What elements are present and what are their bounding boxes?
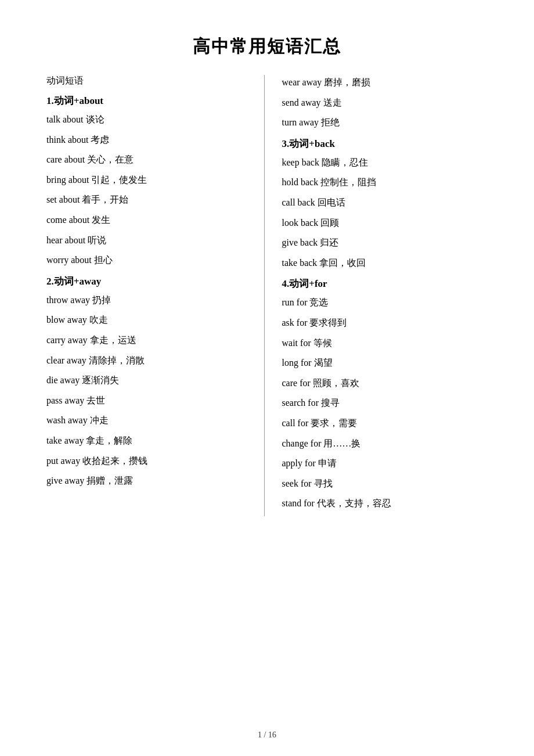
- category-title-away: 2.动词+away: [46, 275, 252, 288]
- cat1-label: 1.动词+about: [46, 95, 103, 106]
- page: 高中常用短语汇总 动词短语 1.动词+about talk about 谈论 t…: [0, 0, 534, 756]
- cat4-items: run for 竞选 ask for 要求得到 wait for 等候 long…: [282, 295, 488, 511]
- list-item: wait for 等候: [282, 336, 488, 351]
- list-item: talk about 谈论: [46, 112, 252, 127]
- list-item: think about 考虑: [46, 132, 252, 147]
- list-item: care about 关心，在意: [46, 152, 252, 167]
- cat3-label: 3.动词+back: [282, 138, 335, 149]
- list-item: hold back 控制住，阻挡: [282, 175, 488, 190]
- list-item: take back 拿回，收回: [282, 255, 488, 271]
- page-number: 1 / 16: [0, 730, 534, 740]
- cat1-items: talk about 谈论 think about 考虑 care about …: [46, 112, 252, 268]
- right-top-items: wear away 磨掉，磨损 send away 送走 turn away 拒…: [282, 75, 488, 130]
- list-item: search for 搜寻: [282, 395, 488, 411]
- list-item: call back 回电话: [282, 195, 488, 210]
- list-item: ask for 要求得到: [282, 315, 488, 330]
- two-column-layout: 动词短语 1.动词+about talk about 谈论 think abou…: [46, 75, 488, 516]
- list-item: change for 用……换: [282, 436, 488, 451]
- category-title-back: 3.动词+back: [282, 137, 488, 150]
- list-item: carry away 拿走，运送: [46, 333, 252, 348]
- page-title: 高中常用短语汇总: [46, 35, 488, 59]
- list-item: come about 发生: [46, 213, 252, 228]
- cat4-label: 4.动词+for: [282, 278, 327, 289]
- list-item: pass away 去世: [46, 393, 252, 408]
- list-item: run for 竞选: [282, 295, 488, 310]
- list-item: throw away 扔掉: [46, 293, 252, 308]
- list-item: clear away 清除掉，消散: [46, 353, 252, 368]
- cat2-label: 2.动词+away: [46, 276, 101, 287]
- right-column: wear away 磨掉，磨损 send away 送走 turn away 拒…: [265, 75, 488, 516]
- section-header-left: 动词短语: [46, 75, 252, 87]
- category-title-for: 4.动词+for: [282, 277, 488, 290]
- list-item: turn away 拒绝: [282, 115, 488, 130]
- list-item: long for 渴望: [282, 355, 488, 370]
- list-item: die away 逐渐消失: [46, 373, 252, 388]
- list-item: care for 照顾，喜欢: [282, 376, 488, 391]
- list-item: set about 着手，开始: [46, 192, 252, 207]
- list-item: keep back 隐瞒，忍住: [282, 155, 488, 170]
- list-item: apply for 申请: [282, 456, 488, 471]
- list-item: put away 收拾起来，攒钱: [46, 453, 252, 469]
- cat2-items: throw away 扔掉 blow away 吹走 carry away 拿走…: [46, 293, 252, 488]
- list-item: take away 拿走，解除: [46, 433, 252, 448]
- list-item: give back 归还: [282, 235, 488, 250]
- list-item: bring about 引起，使发生: [46, 172, 252, 188]
- cat3-items: keep back 隐瞒，忍住 hold back 控制住，阻挡 call ba…: [282, 155, 488, 271]
- list-item: worry about 担心: [46, 253, 252, 268]
- list-item: give away 捐赠，泄露: [46, 473, 252, 488]
- list-item: send away 送走: [282, 95, 488, 110]
- category-title-about: 1.动词+about: [46, 94, 252, 107]
- list-item: stand for 代表，支持，容忍: [282, 496, 488, 511]
- list-item: seek for 寻找: [282, 476, 488, 491]
- list-item: look back 回顾: [282, 215, 488, 231]
- left-column: 动词短语 1.动词+about talk about 谈论 think abou…: [46, 75, 265, 516]
- list-item: wash away 冲走: [46, 413, 252, 428]
- list-item: hear about 听说: [46, 233, 252, 248]
- list-item: call for 要求，需要: [282, 416, 488, 431]
- list-item: blow away 吹走: [46, 312, 252, 327]
- list-item: wear away 磨掉，磨损: [282, 75, 488, 90]
